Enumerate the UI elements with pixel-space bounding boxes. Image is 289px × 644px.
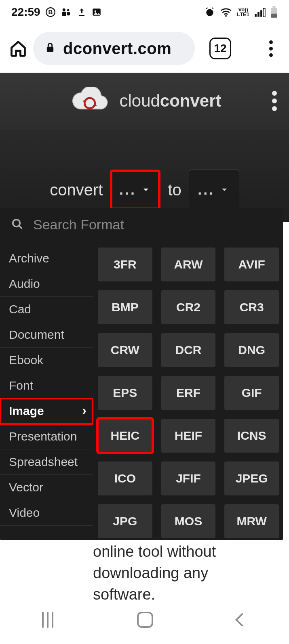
svg-rect-12: [260, 10, 262, 17]
home-button[interactable]: [8, 38, 28, 59]
category-document[interactable]: Document: [0, 322, 93, 348]
picture-icon: [91, 7, 102, 17]
svg-rect-11: [257, 12, 259, 17]
svg-point-7: [94, 10, 96, 12]
format-erf[interactable]: ERF: [161, 376, 216, 410]
browser-chrome: dconvert.com 12: [0, 24, 289, 73]
chat-status-icon: B: [45, 7, 56, 17]
browser-menu[interactable]: [261, 38, 281, 59]
format-avif[interactable]: AVIF: [224, 248, 279, 281]
format-jpg[interactable]: JPG: [98, 504, 152, 538]
format-ico[interactable]: ICO: [98, 461, 152, 495]
category-audio[interactable]: Audio: [0, 271, 93, 297]
upload-icon: [77, 7, 86, 17]
svg-point-2: [62, 8, 65, 11]
category-video[interactable]: Video: [0, 500, 93, 526]
svg-rect-4: [62, 12, 66, 16]
to-label: to: [168, 181, 181, 199]
lock-icon: [44, 40, 56, 58]
to-format-button[interactable]: ...: [189, 170, 239, 210]
format-crw[interactable]: CRW: [98, 333, 152, 367]
brand-text: cloudconvert: [119, 91, 221, 111]
svg-point-9: [225, 15, 227, 17]
category-list: ArchiveAudioCadDocumentEbookFontImagePre…: [0, 240, 93, 540]
format-jpeg[interactable]: JPEG: [224, 461, 279, 495]
app-header: cloudconvert: [0, 73, 289, 129]
app-menu[interactable]: [272, 88, 277, 114]
from-format-button[interactable]: ...: [110, 170, 160, 210]
svg-text:B: B: [48, 8, 53, 15]
signal-icon: [254, 7, 266, 17]
format-heic[interactable]: HEIC: [98, 419, 152, 453]
home-soft-button[interactable]: [137, 612, 153, 628]
format-cr3[interactable]: CR3: [224, 290, 279, 324]
tab-count-number: 12: [214, 42, 226, 55]
page-body-text: online tool without downloading any soft…: [93, 541, 273, 606]
search-input[interactable]: [33, 217, 272, 233]
format-3fr[interactable]: 3FR: [98, 248, 152, 281]
recents-button[interactable]: [42, 612, 53, 628]
format-mos[interactable]: MOS: [161, 504, 216, 538]
svg-rect-13: [263, 8, 265, 17]
url-text: dconvert.com: [63, 40, 171, 58]
svg-rect-10: [255, 14, 257, 17]
tab-count[interactable]: 12: [209, 38, 231, 59]
url-bar[interactable]: dconvert.com: [33, 32, 195, 65]
svg-point-18: [13, 219, 20, 227]
format-arw[interactable]: ARW: [161, 248, 216, 281]
alarm-icon: [205, 7, 215, 17]
chevron-down-icon: [140, 181, 152, 198]
category-vector[interactable]: Vector: [0, 475, 93, 500]
category-cad[interactable]: Cad: [0, 297, 93, 322]
format-gif[interactable]: GIF: [224, 376, 279, 410]
status-time: 22:59: [11, 6, 40, 19]
format-heif[interactable]: HEIF: [161, 419, 216, 453]
brand[interactable]: cloudconvert: [68, 87, 221, 115]
format-eps[interactable]: EPS: [98, 376, 152, 410]
chevron-down-icon: [219, 181, 230, 198]
back-button[interactable]: [237, 615, 247, 625]
format-cr2[interactable]: CR2: [161, 290, 216, 324]
svg-rect-16: [271, 14, 277, 18]
android-nav-bar: [0, 600, 289, 644]
format-list: 3FRARWAVIFBMPCR2CR3CRWDCRDNGEPSERFGIFHEI…: [93, 240, 283, 540]
svg-point-3: [67, 9, 69, 11]
category-spreadsheet[interactable]: Spreadsheet: [0, 449, 93, 475]
format-mrw[interactable]: MRW: [224, 504, 279, 538]
svg-rect-17: [47, 46, 53, 52]
format-bmp[interactable]: BMP: [98, 290, 152, 324]
format-dng[interactable]: DNG: [224, 333, 279, 367]
network-icon: Vo)) LTE1: [237, 7, 249, 17]
format-jfif[interactable]: JFIF: [161, 461, 216, 495]
format-dcr[interactable]: DCR: [161, 333, 216, 367]
svg-point-8: [207, 9, 213, 16]
search-icon: [11, 218, 23, 232]
cloud-logo-icon: [68, 87, 112, 115]
convert-label: convert: [50, 181, 103, 199]
battery-icon: [270, 6, 278, 18]
category-ebook[interactable]: Ebook: [0, 348, 93, 373]
teams-icon: [61, 6, 72, 18]
format-picker: ArchiveAudioCadDocumentEbookFontImagePre…: [0, 208, 283, 540]
svg-rect-15: [272, 6, 276, 8]
format-icns[interactable]: ICNS: [224, 419, 279, 453]
category-image[interactable]: Image: [0, 399, 93, 424]
category-archive[interactable]: Archive: [0, 246, 93, 271]
wifi-icon: [220, 7, 232, 17]
category-presentation[interactable]: Presentation: [0, 424, 93, 449]
status-bar: 22:59 B Vo)) LTE1: [0, 0, 289, 24]
svg-rect-5: [67, 12, 70, 15]
category-font[interactable]: Font: [0, 373, 93, 399]
